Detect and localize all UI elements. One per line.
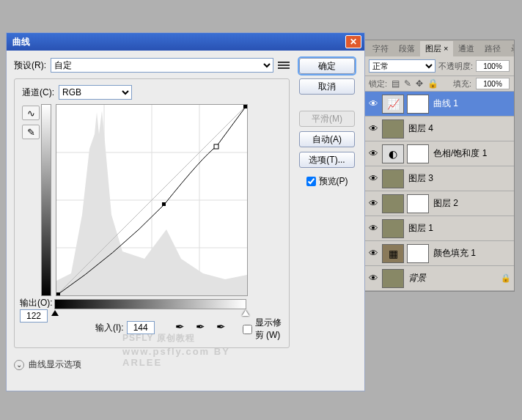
layer-name: 图层 4 (407, 122, 511, 135)
layer-thumbnail[interactable]: 📈 (382, 95, 404, 114)
panel-tab[interactable]: 路径 (479, 41, 506, 56)
preset-row: 预设(R): 自定 (14, 58, 290, 73)
close-button[interactable]: ✕ (345, 35, 361, 48)
layer-row[interactable]: 👁📈曲线 1 (364, 92, 514, 117)
layer-name: 图层 1 (407, 222, 511, 235)
fill-input[interactable] (476, 78, 510, 89)
panel-tab[interactable]: 字符 (367, 41, 394, 56)
gray-eyedropper-icon[interactable]: ✒ (196, 320, 210, 335)
layer-mask[interactable] (407, 244, 429, 263)
curves-dialog: 曲线 ✕ 预设(R): 自定 通道(C): RGB ∿ ✎ (6, 32, 365, 391)
fill-label: 填充: (453, 78, 471, 89)
lock-transparency-icon[interactable]: ▤ (392, 78, 400, 89)
input-value[interactable] (127, 321, 155, 334)
curve-area: ∿ ✎ (22, 104, 282, 296)
layer-row[interactable]: 👁背景🔒 (364, 266, 514, 291)
layer-thumbnail[interactable] (382, 194, 404, 213)
preview-checkbox[interactable] (306, 177, 316, 186)
layer-name: 图层 2 (432, 197, 511, 210)
layer-row[interactable]: 👁图层 4 (364, 117, 514, 141)
opacity-input[interactable] (476, 60, 510, 72)
curve-grid[interactable]: PSFLY 原创教程 www.psfly.com BY ARLEE (56, 104, 248, 296)
preset-menu-icon[interactable] (278, 59, 290, 71)
panel-tab[interactable]: 段落 (394, 41, 420, 56)
white-point-slider[interactable] (242, 310, 249, 316)
layers-panel: 字符段落图层 ×通道路径录动作 正常 不透明度: 锁定: ▤ ✎ ✥ 🔒 填充:… (364, 40, 515, 292)
tool-column: ∿ ✎ (22, 104, 41, 296)
visibility-icon[interactable]: 👁 (367, 173, 379, 184)
lock-icon: 🔒 (501, 273, 511, 283)
expand-row[interactable]: ⌄ 曲线显示选项 (14, 358, 290, 371)
layer-row[interactable]: 👁图层 3 (364, 166, 514, 191)
layer-thumbnail[interactable] (382, 169, 404, 188)
lock-paint-icon[interactable]: ✎ (404, 78, 411, 89)
svg-rect-9 (214, 144, 218, 149)
input-row: 输入(I): ✒ ✒ ✒ 显示修剪 (W) (95, 314, 282, 342)
layers-list: 👁📈曲线 1👁图层 4👁◐色相/饱和度 1👁图层 3👁图层 2👁图层 1👁▦颜色… (364, 92, 514, 291)
layer-thumbnail[interactable] (382, 119, 404, 139)
panel-tabs: 字符段落图层 ×通道路径录动作 (364, 40, 514, 56)
layer-thumbnail[interactable]: ◐ (382, 144, 404, 163)
layer-thumbnail[interactable]: ▦ (382, 244, 404, 263)
svg-rect-7 (56, 292, 60, 295)
show-clip-label: 显示修剪 (W) (255, 317, 282, 342)
svg-rect-10 (243, 105, 247, 108)
preview-label: 预览(P) (319, 175, 348, 188)
visibility-icon[interactable]: 👁 (367, 123, 379, 134)
visibility-icon[interactable]: 👁 (367, 273, 379, 284)
black-eyedropper-icon[interactable]: ✒ (175, 320, 190, 335)
expand-icon[interactable]: ⌄ (14, 360, 24, 370)
curve-tool-icon[interactable]: ∿ (22, 106, 40, 120)
auto-button[interactable]: 自动(A) (299, 131, 355, 147)
svg-rect-8 (162, 202, 166, 206)
panel-tab[interactable]: 录 (506, 41, 514, 56)
layer-name: 色相/饱和度 1 (432, 147, 511, 160)
smooth-button: 平滑(M) (299, 111, 355, 127)
show-clip-row[interactable]: 显示修剪 (W) (243, 317, 282, 342)
visibility-icon[interactable]: 👁 (367, 98, 379, 109)
blend-mode-select[interactable]: 正常 (369, 59, 435, 73)
layer-mask[interactable] (407, 95, 429, 114)
layer-row[interactable]: 👁图层 2 (364, 191, 514, 216)
visibility-icon[interactable]: 👁 (367, 198, 379, 209)
layer-thumbnail[interactable] (382, 269, 404, 288)
lock-move-icon[interactable]: ✥ (416, 78, 423, 89)
preset-select[interactable]: 自定 (51, 58, 273, 73)
panel-tab[interactable]: 通道 (453, 41, 479, 56)
channel-select[interactable]: RGB (59, 85, 132, 100)
layer-row[interactable]: 👁◐色相/饱和度 1 (364, 141, 514, 166)
main-column: 预设(R): 自定 通道(C): RGB ∿ ✎ (14, 58, 290, 371)
white-eyedropper-icon[interactable]: ✒ (216, 320, 231, 335)
options-button[interactable]: 选项(T)... (299, 152, 355, 168)
visibility-icon[interactable]: 👁 (367, 248, 379, 259)
opacity-label: 不透明度: (438, 61, 473, 72)
cancel-button[interactable]: 取消 (299, 78, 355, 95)
visibility-icon[interactable]: 👁 (367, 223, 379, 234)
layer-name: 颜色填充 1 (432, 247, 511, 259)
show-clip-checkbox[interactable] (243, 325, 252, 334)
expand-label: 曲线显示选项 (29, 358, 81, 371)
titlebar[interactable]: 曲线 ✕ (7, 33, 364, 51)
ok-button[interactable]: 确定 (299, 58, 355, 74)
dialog-title: 曲线 (10, 36, 345, 48)
lock-all-icon[interactable]: 🔒 (427, 78, 438, 89)
visibility-icon[interactable]: 👁 (367, 148, 379, 159)
preview-row[interactable]: 预览(P) (306, 175, 348, 188)
layer-mask[interactable] (407, 194, 429, 213)
input-gradient-wrap (54, 299, 282, 309)
layer-thumbnail[interactable] (382, 219, 404, 238)
preset-label: 预设(R): (14, 59, 46, 72)
lock-row: 锁定: ▤ ✎ ✥ 🔒 填充: (364, 76, 514, 92)
pencil-tool-icon[interactable]: ✎ (22, 125, 40, 139)
output-value[interactable] (20, 309, 48, 323)
panel-tab[interactable]: 图层 × (420, 41, 453, 56)
layer-name: 图层 3 (407, 172, 511, 185)
input-label: 输入(I): (95, 322, 124, 334)
blend-row: 正常 不透明度: (364, 56, 514, 76)
input-gradient-bar[interactable] (54, 299, 246, 309)
layer-mask[interactable] (407, 144, 429, 163)
layer-row[interactable]: 👁图层 1 (364, 216, 514, 241)
output-label: 输出(O): (20, 297, 53, 309)
layer-row[interactable]: 👁▦颜色填充 1 (364, 241, 514, 266)
output-gradient-bar (41, 104, 51, 296)
